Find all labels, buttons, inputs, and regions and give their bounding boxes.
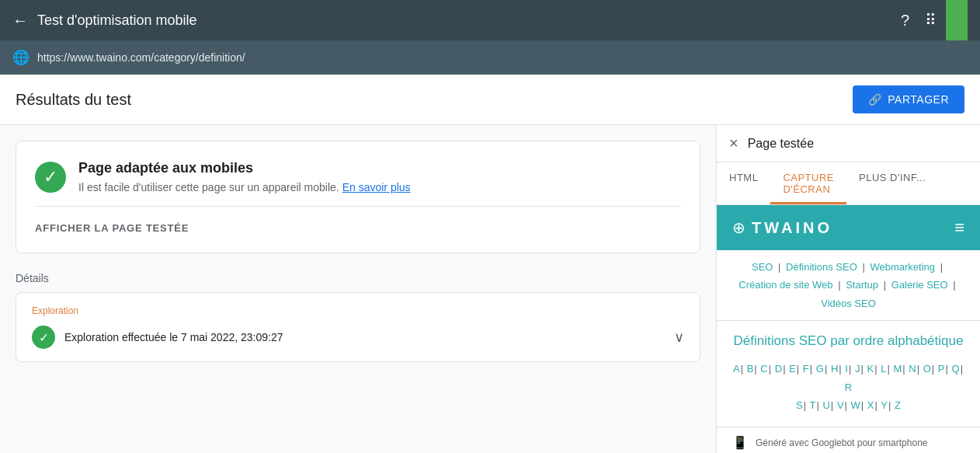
exploration-row: ✓ Exploration effectuée le 7 mai 2022, 2… [32, 326, 684, 349]
nav-creation-site[interactable]: Création de site Web [738, 279, 832, 291]
nav-sep-4: | [836, 279, 844, 291]
page-tested-label: Page testée [748, 137, 814, 151]
close-button[interactable]: × [729, 134, 738, 152]
results-title: Résultats du test [16, 91, 131, 109]
nav-sep-3: | [937, 261, 943, 273]
alpha-d[interactable]: D [775, 363, 782, 375]
help-icon[interactable]: ? [901, 12, 909, 30]
alpha-z[interactable]: Z [895, 399, 901, 411]
nav-definitions-seo[interactable]: Définitions SEO [786, 261, 857, 273]
tab-html[interactable]: HTML [717, 162, 770, 204]
alpha-k[interactable]: K [867, 363, 874, 375]
page-title: Test d'optimisation mobile [37, 12, 891, 29]
alpha-j[interactable]: J [855, 363, 860, 375]
alpha-q[interactable]: Q [952, 363, 960, 375]
results-header: Résultats du test 🔗 PARTAGER [0, 75, 980, 125]
alpha-w[interactable]: W [851, 399, 860, 411]
right-panel: × Page testée HTML CAPTURED'ÉCRAN PLUS D… [716, 125, 980, 453]
tab-capture[interactable]: CAPTURED'ÉCRAN [770, 162, 846, 204]
nav-seo[interactable]: SEO [752, 261, 773, 273]
card-desc-text: Il est facile d'utiliser cette page sur … [78, 181, 339, 193]
nav-sep-6: | [950, 279, 956, 291]
card-divider [35, 206, 681, 207]
details-section: Détails Exploration ✓ Exploration effect… [0, 266, 716, 375]
share-icon: 🔗 [868, 93, 882, 106]
nav-videos-seo[interactable]: Vidéos SEO [821, 298, 876, 309]
alpha-a[interactable]: A [733, 363, 740, 375]
alpha-m[interactable]: M [893, 363, 902, 375]
exploration-left: ✓ Exploration effectuée le 7 mai 2022, 2… [32, 326, 283, 349]
alpha-b[interactable]: B [747, 363, 754, 375]
tab-plus[interactable]: PLUS D'INF... [846, 162, 938, 204]
nav-sep-1: | [775, 261, 784, 273]
alpha-v[interactable]: V [837, 399, 844, 411]
url-bar: 🌐 https://www.twaino.com/category/defini… [0, 40, 980, 75]
tab-capture-label: CAPTURED'ÉCRAN [783, 172, 834, 195]
tab-html-label: HTML [729, 172, 758, 183]
content-split: ✓ Page adaptée aux mobiles Il est facile… [0, 125, 980, 453]
twaino-logo: ⊕ TWAINO [732, 218, 832, 237]
top-bar-icons: ? ⠿ [901, 11, 937, 30]
alpha-t[interactable]: T [810, 399, 816, 411]
alpha-y[interactable]: Y [881, 399, 888, 411]
back-button[interactable]: ← [12, 12, 28, 30]
exploration-card: Exploration ✓ Exploration effectuée le 7… [16, 292, 700, 362]
twaino-header: ⊕ TWAINO ≡ [717, 205, 980, 250]
phone-icon: 📱 [732, 435, 748, 450]
twaino-menu-icon[interactable]: ≡ [954, 218, 964, 238]
apps-icon[interactable]: ⠿ [925, 11, 937, 30]
exploration-title: Exploration [32, 305, 684, 316]
twaino-logo-text: TWAINO [752, 219, 832, 237]
share-button[interactable]: 🔗 PARTAGER [853, 85, 964, 113]
twaino-main-title-rest: par ordre alphabétique [830, 333, 963, 348]
success-icon: ✓ [35, 162, 66, 193]
afficher-page-button[interactable]: AFFICHER LA PAGE TESTÉE [35, 219, 189, 237]
card-header: ✓ Page adaptée aux mobiles Il est facile… [35, 160, 681, 193]
exploration-status-text: Exploration effectuée le 7 mai 2022, 23:… [64, 331, 283, 343]
footer-text: Généré avec Googlebot pour smartphone [756, 437, 927, 448]
preview-area: ⊕ TWAINO ≡ SEO | Définitions SEO | Webma… [717, 205, 980, 453]
twaino-nav: SEO | Définitions SEO | Webmarketing | C… [717, 250, 980, 321]
twaino-alphabet: A| B| C| D| E| F| G| H| I| J| K| L| [732, 360, 964, 414]
alpha-h[interactable]: H [831, 363, 838, 375]
alpha-u[interactable]: U [822, 399, 829, 411]
alpha-p[interactable]: P [938, 363, 945, 375]
learn-more-link[interactable]: En savoir plus [342, 181, 411, 193]
nav-sep-2: | [860, 261, 868, 273]
alpha-f[interactable]: F [803, 363, 809, 375]
card-heading: Page adaptée aux mobiles [78, 160, 411, 176]
tabs-row: HTML CAPTURED'ÉCRAN PLUS D'INF... [717, 162, 980, 205]
nav-webmarketing[interactable]: Webmarketing [870, 261, 935, 273]
right-panel-header: × Page testée [717, 125, 980, 162]
twaino-main-title: Définitions SEO par ordre alphabétique [732, 333, 964, 349]
preview-content: ⊕ TWAINO ≡ SEO | Définitions SEO | Webma… [717, 205, 980, 453]
url-text: https://www.twaino.com/category/definiti… [37, 51, 245, 64]
alpha-g[interactable]: G [816, 363, 824, 375]
alpha-l[interactable]: L [881, 363, 886, 375]
card-text: Page adaptée aux mobiles Il est facile d… [78, 160, 411, 193]
mobile-friendly-card: ✓ Page adaptée aux mobiles Il est facile… [16, 141, 700, 253]
nav-sep-5: | [881, 279, 889, 291]
alpha-r[interactable]: R [845, 382, 852, 393]
top-bar: ← Test d'optimisation mobile ? ⠿ [0, 0, 980, 40]
globe-icon: 🌐 [12, 49, 30, 66]
alpha-n[interactable]: N [909, 363, 916, 375]
main-area: Résultats du test 🔗 PARTAGER ✓ Page adap… [0, 75, 980, 453]
checkmark: ✓ [43, 169, 57, 186]
alpha-i[interactable]: I [845, 363, 848, 375]
left-panel: ✓ Page adaptée aux mobiles Il est facile… [0, 125, 716, 453]
nav-galerie-seo[interactable]: Galerie SEO [891, 279, 948, 291]
twaino-main-title-text: Définitions SEO [734, 333, 827, 348]
expand-icon[interactable]: ∨ [674, 329, 684, 346]
card-description: Il est facile d'utiliser cette page sur … [78, 181, 411, 193]
alpha-x[interactable]: X [867, 399, 874, 411]
exploration-checkmark: ✓ [39, 330, 49, 345]
alpha-c[interactable]: C [760, 363, 767, 375]
tab-plus-label: PLUS D'INF... [859, 172, 926, 183]
alpha-s[interactable]: S [796, 399, 803, 411]
nav-startup[interactable]: Startup [846, 279, 878, 291]
details-label: Détails [16, 272, 700, 284]
alpha-o[interactable]: O [923, 363, 931, 375]
twaino-main: Définitions SEO par ordre alphabétique A… [717, 321, 980, 427]
alpha-e[interactable]: E [789, 363, 796, 375]
